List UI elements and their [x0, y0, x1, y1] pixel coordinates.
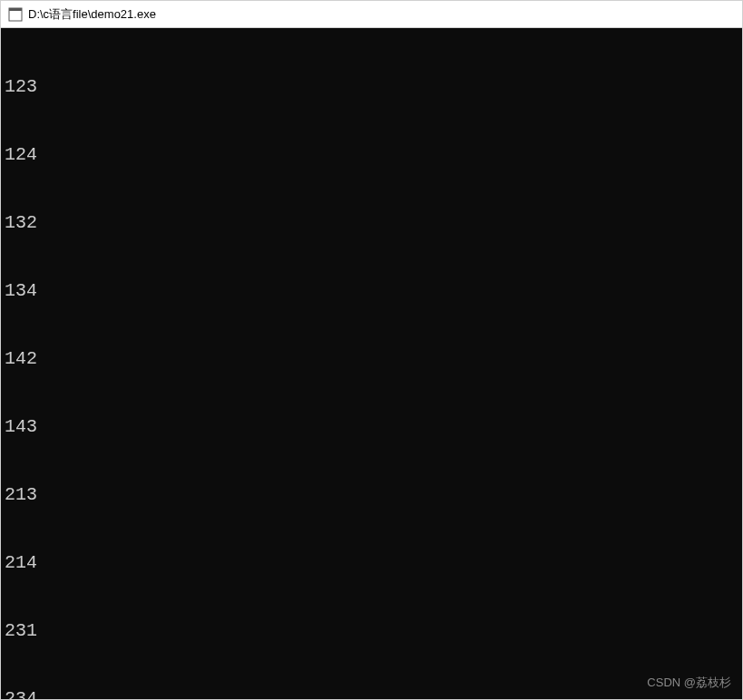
titlebar[interactable]: D:\c语言file\demo21.exe [1, 1, 742, 28]
output-line: 213 [5, 483, 738, 506]
output-line: 132 [5, 211, 738, 234]
output-line: 143 [5, 415, 738, 438]
output-line: 124 [5, 143, 738, 166]
svg-rect-1 [9, 8, 22, 11]
output-line: 214 [5, 551, 738, 574]
output-line: 134 [5, 279, 738, 302]
output-line: 231 [5, 619, 738, 642]
output-line: 234 [5, 687, 738, 699]
output-line: 142 [5, 347, 738, 370]
window-title: D:\c语言file\demo21.exe [28, 6, 156, 23]
output-line: 123 [5, 75, 738, 98]
watermark: CSDN @荔枝杉 [647, 671, 731, 694]
console-window: D:\c语言file\demo21.exe 123 124 132 134 14… [0, 0, 743, 700]
console-output[interactable]: 123 124 132 134 142 143 213 214 231 234 … [1, 28, 742, 699]
app-icon [8, 7, 23, 22]
